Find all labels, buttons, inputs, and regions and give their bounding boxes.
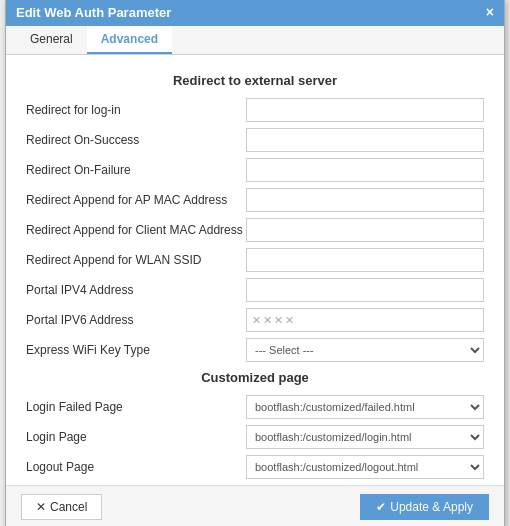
redirect-on-success-row: Redirect On-Success [26, 128, 484, 152]
express-wifi-row: Express WiFi Key Type --- Select --- [26, 338, 484, 362]
tab-advanced[interactable]: Advanced [87, 26, 172, 54]
redirect-on-failure-input[interactable] [246, 158, 484, 182]
redirect-ap-mac-label: Redirect Append for AP MAC Address [26, 193, 246, 207]
apply-label: Update & Apply [390, 500, 473, 514]
tab-bar: General Advanced [6, 26, 504, 55]
portal-ipv6-input[interactable] [246, 308, 484, 332]
portal-ipv6-row: Portal IPV6 Address [26, 308, 484, 332]
cancel-icon: ✕ [36, 500, 46, 514]
footer: ✕ Cancel ✔ Update & Apply [6, 485, 504, 526]
redirect-log-in-input[interactable] [246, 98, 484, 122]
portal-ipv4-row: Portal IPV4 Address [26, 278, 484, 302]
redirect-ap-mac-input[interactable] [246, 188, 484, 212]
login-page-label: Login Page [26, 430, 246, 444]
redirect-wlan-ssid-row: Redirect Append for WLAN SSID [26, 248, 484, 272]
redirect-ap-mac-row: Redirect Append for AP MAC Address [26, 188, 484, 212]
express-wifi-label: Express WiFi Key Type [26, 343, 246, 357]
cancel-button[interactable]: ✕ Cancel [21, 494, 102, 520]
tab-general[interactable]: General [16, 26, 87, 54]
login-page-select[interactable]: bootflash:/customized/login.html [246, 425, 484, 449]
login-page-row: Login Page bootflash:/customized/login.h… [26, 425, 484, 449]
edit-web-auth-dialog: Edit Web Auth Parameter × General Advanc… [5, 0, 505, 526]
portal-ipv4-label: Portal IPV4 Address [26, 283, 246, 297]
express-wifi-select[interactable]: --- Select --- [246, 338, 484, 362]
portal-ipv4-input[interactable] [246, 278, 484, 302]
logout-page-select[interactable]: bootflash:/customized/logout.html [246, 455, 484, 479]
logout-page-label: Logout Page [26, 460, 246, 474]
apply-icon: ✔ [376, 500, 386, 514]
redirect-section-title: Redirect to external server [26, 73, 484, 88]
login-failed-page-select[interactable]: bootflash:/customized/failed.html [246, 395, 484, 419]
redirect-on-success-input[interactable] [246, 128, 484, 152]
portal-ipv6-label: Portal IPV6 Address [26, 313, 246, 327]
redirect-on-failure-label: Redirect On-Failure [26, 163, 246, 177]
redirect-on-success-label: Redirect On-Success [26, 133, 246, 147]
login-failed-page-label: Login Failed Page [26, 400, 246, 414]
redirect-log-in-row: Redirect for log-in [26, 98, 484, 122]
redirect-on-failure-row: Redirect On-Failure [26, 158, 484, 182]
redirect-log-in-label: Redirect for log-in [26, 103, 246, 117]
redirect-client-mac-label: Redirect Append for Client MAC Address [26, 223, 246, 237]
login-failed-page-row: Login Failed Page bootflash:/customized/… [26, 395, 484, 419]
cancel-label: Cancel [50, 500, 87, 514]
content-area: Redirect to external server Redirect for… [6, 55, 504, 485]
close-button[interactable]: × [486, 4, 494, 20]
redirect-client-mac-row: Redirect Append for Client MAC Address [26, 218, 484, 242]
redirect-wlan-ssid-input[interactable] [246, 248, 484, 272]
customized-section-title: Customized page [26, 370, 484, 385]
dialog-title: Edit Web Auth Parameter [16, 5, 171, 20]
redirect-wlan-ssid-label: Redirect Append for WLAN SSID [26, 253, 246, 267]
title-bar: Edit Web Auth Parameter × [6, 0, 504, 26]
redirect-client-mac-input[interactable] [246, 218, 484, 242]
update-apply-button[interactable]: ✔ Update & Apply [360, 494, 489, 520]
logout-page-row: Logout Page bootflash:/customized/logout… [26, 455, 484, 479]
